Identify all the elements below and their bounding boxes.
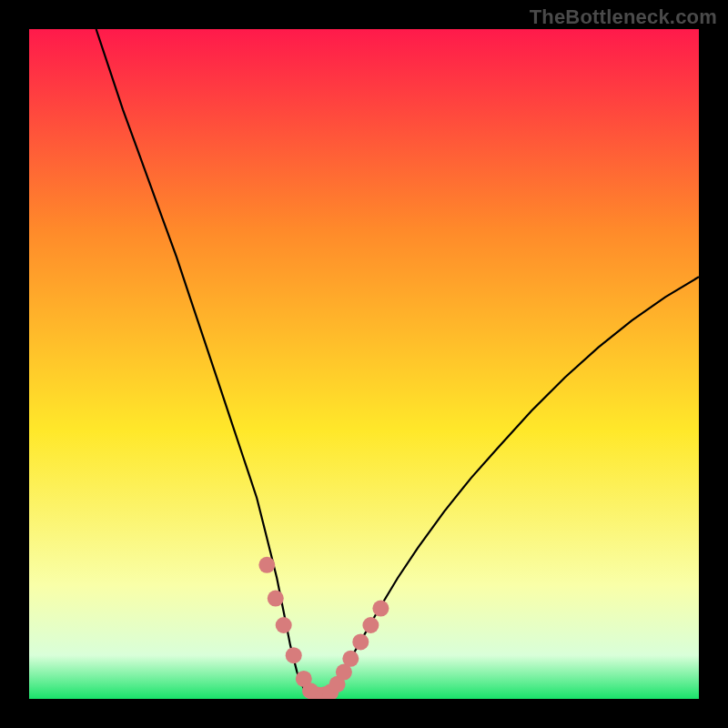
marker-dot [286, 647, 302, 663]
marker-dot [352, 633, 369, 650]
chart-frame: TheBottleneck.com [0, 0, 728, 728]
marker-dot [268, 591, 284, 607]
marker-dot [342, 651, 359, 667]
plot-svg [29, 29, 699, 699]
marker-dot [362, 617, 379, 633]
watermark-label: TheBottleneck.com [530, 5, 717, 29]
marker-dot [258, 557, 275, 573]
bottleneck-plot [29, 29, 699, 699]
marker-dot [276, 617, 292, 633]
marker-dot [372, 601, 389, 617]
